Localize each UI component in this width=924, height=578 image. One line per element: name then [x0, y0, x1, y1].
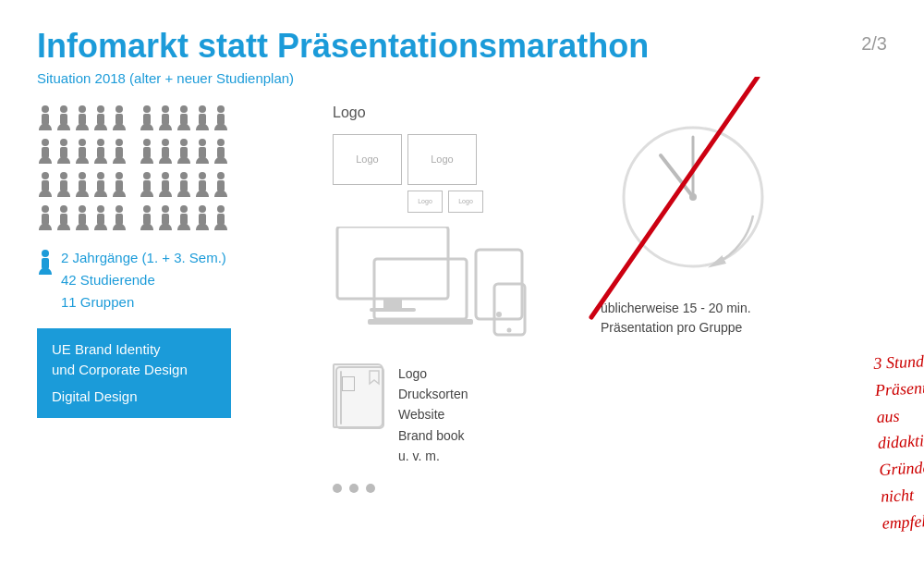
svg-rect-23	[60, 147, 67, 158]
dot-1	[333, 484, 342, 493]
devices-svg	[333, 227, 536, 347]
person-icon	[194, 171, 211, 197]
handwritten-line3: nicht empfehlenswert	[880, 478, 924, 536]
book-list-item4: Brand book	[398, 425, 468, 446]
svg-point-0	[42, 105, 49, 113]
slide: Infomarkt statt Präsentationsmarathon 2/…	[0, 0, 924, 578]
svg-point-16	[199, 105, 206, 113]
person-icon	[92, 171, 109, 197]
person-icon	[111, 171, 128, 197]
person-icon	[111, 204, 128, 230]
svg-point-28	[116, 139, 123, 146]
people-group-right	[139, 138, 229, 164]
person-icon	[139, 105, 155, 130]
svg-rect-9	[116, 114, 123, 125]
people-row	[37, 171, 314, 197]
slide-number: 2/3	[861, 33, 887, 55]
svg-point-78	[217, 205, 225, 213]
svg-rect-77	[199, 214, 206, 225]
blue-box-line1: UE Brand Identity und Corporate Design	[52, 339, 216, 381]
person-icon	[176, 105, 192, 130]
svg-point-58	[217, 172, 225, 179]
person-icon	[55, 171, 72, 197]
person-icon	[74, 138, 91, 164]
svg-point-88	[496, 312, 502, 317]
book-list-item1: Logo	[398, 363, 468, 384]
svg-point-50	[143, 172, 151, 179]
svg-point-70	[143, 205, 151, 213]
stats-line2: 42 Studierende	[61, 269, 226, 291]
logo-box-3: Logo	[407, 191, 443, 213]
people-group-right	[139, 171, 229, 197]
person-icon	[111, 105, 128, 130]
person-icon	[157, 204, 174, 230]
person-icon	[139, 204, 155, 230]
person-icon	[74, 105, 91, 130]
stats-lines: 2 Jahrgänge (1. + 3. Sem.) 42 Studierend…	[61, 247, 226, 314]
person-icon	[176, 204, 192, 230]
content-area: 2 Jahrgänge (1. + 3. Sem.) 42 Studierend…	[37, 105, 887, 578]
svg-rect-35	[180, 147, 188, 158]
person-icon	[213, 171, 229, 197]
person-icon	[213, 138, 229, 164]
people-row	[37, 204, 314, 230]
dots-row	[333, 484, 545, 493]
person-icon	[139, 171, 155, 197]
svg-rect-91	[336, 367, 383, 428]
logo-box-2: Logo	[407, 134, 477, 185]
blue-box-line3: Digital Design	[52, 387, 216, 408]
person-icon	[92, 138, 109, 164]
svg-point-40	[42, 172, 49, 179]
svg-rect-31	[143, 147, 151, 158]
people-group-left	[37, 204, 128, 230]
svg-rect-51	[143, 180, 151, 191]
svg-rect-25	[79, 147, 86, 158]
svg-point-46	[97, 172, 104, 179]
svg-rect-11	[143, 114, 151, 125]
svg-rect-37	[199, 147, 206, 158]
svg-point-48	[116, 172, 123, 179]
book-svg	[334, 365, 385, 430]
svg-rect-65	[79, 214, 86, 225]
svg-point-62	[60, 205, 67, 213]
svg-line-98	[591, 77, 758, 317]
svg-rect-3	[60, 114, 67, 125]
book-list-item2: Drucksorten	[398, 384, 468, 404]
svg-point-14	[180, 105, 188, 113]
logo-boxes-large: Logo Logo	[333, 134, 545, 185]
svg-point-10	[143, 105, 151, 113]
logo-box-1: Logo	[333, 134, 402, 185]
person-icon	[55, 138, 72, 164]
svg-point-66	[97, 205, 104, 213]
svg-rect-27	[97, 147, 104, 158]
svg-rect-82	[337, 227, 448, 299]
person-icon	[111, 138, 128, 164]
stats-line3: 11 Gruppen	[61, 291, 226, 314]
left-column: 2 Jahrgänge (1. + 3. Sem.) 42 Studierend…	[37, 105, 314, 578]
svg-rect-86	[368, 319, 473, 325]
book-list-item5: u. v. m.	[398, 446, 468, 466]
svg-rect-79	[217, 214, 225, 225]
svg-point-4	[79, 105, 86, 113]
svg-rect-73	[162, 214, 169, 225]
people-grid	[37, 105, 314, 230]
svg-rect-92	[340, 371, 342, 424]
svg-point-72	[162, 205, 169, 213]
person-icon	[194, 138, 211, 164]
people-group-right	[139, 105, 229, 130]
handwritten-line1: 3 Stunden Präsentationen	[873, 345, 924, 403]
svg-rect-21	[42, 147, 49, 158]
logo-boxes-container: Logo Logo Logo Logo	[333, 134, 545, 213]
svg-rect-1	[42, 114, 49, 125]
svg-point-12	[162, 105, 169, 113]
people-group-left	[37, 171, 128, 197]
svg-point-26	[97, 139, 104, 146]
svg-rect-59	[217, 180, 225, 191]
svg-point-56	[199, 172, 206, 179]
blue-box: UE Brand Identity und Corporate Design D…	[37, 328, 231, 419]
svg-marker-93	[370, 371, 379, 384]
svg-rect-15	[180, 114, 188, 125]
header: Infomarkt statt Präsentationsmarathon 2/…	[37, 28, 887, 65]
people-group-right	[139, 204, 229, 230]
svg-rect-13	[162, 114, 169, 125]
